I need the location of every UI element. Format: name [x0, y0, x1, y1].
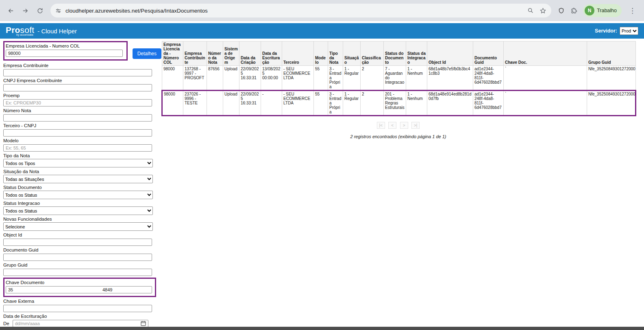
proemp-input[interactable]: [3, 99, 152, 106]
field-object-id: Object Id: [3, 232, 161, 246]
table-cell: `: [504, 91, 587, 116]
table-cell: 87656: [207, 66, 223, 91]
extensions-puzzle-icon[interactable]: [570, 7, 577, 14]
tipo-da-nota-select[interactable]: Todos os Tipos: [3, 159, 153, 167]
table-cell: 98000: [162, 91, 183, 116]
zoom-icon[interactable]: [527, 7, 534, 14]
field-status-documento: Status Documento Todos os Status: [3, 185, 161, 199]
table-cell: 98000: [162, 66, 183, 91]
browser-toolbar: cloudhelper.azurewebsites.net/Pesquisa/I…: [0, 0, 644, 21]
table-cell: 55: [314, 91, 328, 116]
table-cell: Upload: [223, 91, 239, 116]
field-terceiro-cnpj: Terceiro - CNPJ: [3, 123, 161, 137]
pagination-first-button[interactable]: |<: [377, 122, 385, 129]
prosoft-logo: Prosoft by accendata: [6, 26, 34, 36]
column-header: Object Id: [427, 41, 473, 66]
filter-sidebar: Empresa Licenciada - Numero COL Detalhes…: [0, 41, 161, 329]
profile-chip[interactable]: N Trabalho: [583, 4, 622, 17]
modelo-input[interactable]: [3, 144, 152, 152]
menu-kebab-icon[interactable]: ⋮: [627, 7, 637, 15]
address-bar[interactable]: cloudhelper.azurewebsites.net/Pesquisa/I…: [50, 4, 551, 17]
field-proemp: Proemp: [3, 93, 161, 106]
empresa-licenciada-input[interactable]: [6, 50, 123, 57]
documento-guid-label: Documento Guid: [3, 248, 161, 252]
table-row[interactable]: 98000237026 - 9996 - TESTEUpload22/09/20…: [162, 91, 636, 116]
table-cell: 68d1a48e914ed8b281d0d7fb: [427, 91, 473, 116]
status-integracao-select[interactable]: Todos os Status: [3, 206, 153, 215]
pagination-prev-button[interactable]: <: [388, 122, 396, 129]
reload-icon: [37, 7, 44, 14]
forward-button[interactable]: [19, 4, 32, 17]
table-cell: 1 - Nenhum: [406, 66, 427, 91]
table-cell: Nfe_3525084930127200011055: [587, 66, 636, 91]
forward-arrow-icon: [22, 7, 29, 14]
table-cell: 2: [361, 66, 384, 91]
server-select[interactable]: Prod: [620, 27, 638, 35]
situacao-da-nota-select[interactable]: Todas as Situações: [3, 175, 153, 183]
table-cell: [207, 91, 223, 116]
logo-subtext: by accendata: [16, 33, 34, 36]
chave-documento-input[interactable]: [6, 286, 152, 293]
column-header: Empresa Licenciada - Número COL: [162, 41, 183, 66]
column-header: Classificação: [361, 41, 384, 66]
table-cell: 201 - Problema Regras Estruturais: [384, 91, 406, 116]
table-cell: 22/09/2025 16:33:31: [239, 91, 261, 116]
terceiro-cnpj-input[interactable]: [3, 129, 152, 137]
table-row[interactable]: 98000137268 - 9997 - PROSOFT87656Upload2…: [162, 66, 636, 91]
object-id-input[interactable]: [3, 239, 152, 246]
annotation-box-empresa-licenciada: Empresa Licenciada - Numero COL: [3, 41, 128, 61]
pagination-next-button[interactable]: >: [400, 122, 408, 129]
empresa-contribuinte-label: Empresa Contribuinte: [3, 63, 161, 68]
tipo-da-nota-label: Tipo da Nota: [3, 153, 161, 158]
status-documento-select[interactable]: Todos os Status: [3, 191, 153, 199]
data-escrituracao-de-input[interactable]: [13, 320, 148, 327]
detalhes-button[interactable]: Detalhes: [133, 48, 161, 59]
documento-guid-input[interactable]: [3, 254, 152, 261]
bookmark-star-icon[interactable]: [540, 7, 546, 14]
pagination: |< < > >|: [161, 121, 635, 129]
results-summary: 2 registros encontrados (exibindo página…: [161, 134, 635, 139]
field-novas-funcionalidades: Novas Funcionalidades Selecione: [3, 217, 161, 231]
cnpj-empresa-contribuinte-input[interactable]: [3, 84, 152, 91]
extension-icon[interactable]: [558, 7, 565, 14]
app-title: - Cloud Helper: [37, 28, 77, 35]
object-id-label: Object Id: [3, 232, 161, 237]
numero-nota-input[interactable]: [3, 114, 152, 122]
field-modelo: Modelo: [3, 138, 161, 152]
field-status-integracao: Status Integracao Todos os Status: [3, 201, 161, 215]
reload-button[interactable]: [33, 4, 46, 17]
chave-externa-input[interactable]: [3, 305, 152, 312]
table-cell: ad1e2344-248f-4da8-811f-6d476028bbd7: [473, 66, 504, 91]
table-cell: `: [504, 66, 587, 91]
column-header: Chave Doc.: [504, 41, 587, 66]
grupo-guid-input[interactable]: [3, 269, 152, 276]
server-label: Servidor:: [595, 28, 617, 34]
window-bottom-edge: [0, 327, 644, 330]
situacao-da-nota-label: Situação da Nota: [3, 169, 161, 174]
column-header: Grupo Guid: [587, 41, 636, 66]
column-header: Modelo: [314, 41, 328, 66]
table-cell: 68d1a48b7e5fb0b3bc41c8b3: [427, 66, 473, 91]
documents-table: Empresa Licenciada - Número COLEmpresa C…: [161, 41, 636, 116]
table-cell: Upload: [223, 66, 239, 91]
chave-externa-label: Chave Externa: [3, 299, 161, 304]
grupo-guid-label: Grupo Guid: [3, 263, 161, 267]
pagination-last-button[interactable]: >|: [411, 122, 420, 129]
field-documento-guid: Documento Guid: [3, 248, 161, 261]
status-documento-label: Status Documento: [3, 185, 161, 190]
table-cell: 13/08/2025 00:00:00: [261, 66, 282, 91]
table-cell: 22/09/2025 16:33:31: [239, 66, 261, 91]
status-integracao-label: Status Integracao: [3, 201, 161, 206]
column-header: Data da Criação: [239, 41, 261, 66]
back-arrow-icon: [7, 7, 14, 14]
table-cell: 137268 - 9997 - PROSOFT: [183, 66, 207, 91]
results-area: Empresa Licenciada - Número COLEmpresa C…: [161, 41, 644, 139]
column-header: Status do Documento: [384, 41, 406, 66]
empresa-contribuinte-input[interactable]: [3, 69, 152, 76]
novas-funcionalidades-select[interactable]: Selecione: [3, 222, 153, 231]
de-label: De: [3, 321, 9, 326]
column-header: Tipo da Nota: [328, 41, 343, 66]
back-button[interactable]: [4, 4, 17, 17]
table-cell: 3 - Entrada Própria: [328, 66, 343, 91]
site-info-icon[interactable]: [55, 8, 61, 14]
